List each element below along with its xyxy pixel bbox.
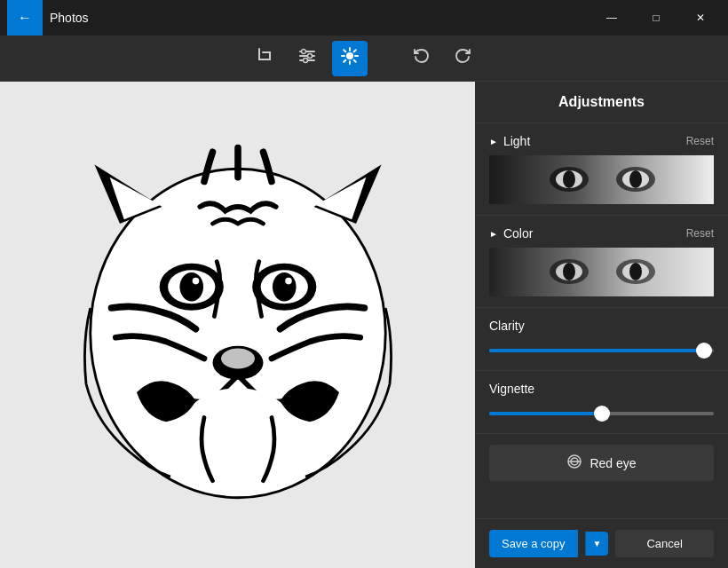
save-copy-dropdown-button[interactable]: ▼ <box>585 532 609 556</box>
maximize-button[interactable]: □ <box>636 4 677 32</box>
clarity-slider-thumb[interactable] <box>696 343 712 359</box>
color-section: ► Color Reset <box>475 216 728 308</box>
svg-point-41 <box>563 263 575 280</box>
redo-button[interactable] <box>446 41 481 76</box>
light-chevron-icon: ► <box>489 137 498 146</box>
back-button[interactable]: ← <box>7 0 43 36</box>
light-preview-strip <box>489 155 714 204</box>
light-reset-button[interactable]: Reset <box>686 135 714 147</box>
adjustments-panel: Adjustments ► Light Reset <box>475 82 728 568</box>
svg-point-34 <box>563 170 575 188</box>
color-reset-button[interactable]: Reset <box>686 227 714 240</box>
undo-button[interactable] <box>403 41 439 76</box>
clarity-label: Clarity <box>489 319 714 333</box>
panel-title: Adjustments <box>475 82 728 123</box>
brightness-icon <box>340 46 360 70</box>
color-chevron-icon: ► <box>489 229 498 239</box>
app-title: Photos <box>50 11 591 25</box>
svg-point-27 <box>285 278 292 285</box>
color-title: Color <box>503 226 533 241</box>
crop-button[interactable] <box>247 41 282 76</box>
svg-point-26 <box>192 278 199 285</box>
image-area <box>0 82 475 568</box>
minimize-button[interactable]: — <box>591 4 632 32</box>
dropdown-chevron-icon: ▼ <box>593 539 602 548</box>
clarity-slider-fill <box>489 349 707 352</box>
light-section: ► Light Reset <box>475 123 728 216</box>
vignette-slider-fill <box>489 412 602 415</box>
light-title: Light <box>503 134 530 148</box>
close-button[interactable]: ✕ <box>680 4 721 32</box>
vignette-slider-thumb[interactable] <box>594 406 610 422</box>
vignette-label: Vignette <box>489 382 714 396</box>
color-title-row: ► Color <box>489 226 533 241</box>
svg-point-44 <box>629 263 642 280</box>
light-section-header: ► Light Reset <box>489 134 714 148</box>
svg-rect-38 <box>489 248 714 296</box>
undo-icon <box>412 47 430 69</box>
title-bar: ← Photos — □ ✕ <box>0 0 728 36</box>
svg-point-6 <box>346 52 353 59</box>
filters-icon <box>297 46 317 70</box>
clarity-section: Clarity <box>475 308 728 371</box>
svg-line-13 <box>354 50 356 51</box>
svg-point-37 <box>629 170 642 188</box>
crop-icon <box>256 47 273 69</box>
svg-point-4 <box>308 54 313 59</box>
svg-point-30 <box>178 388 297 481</box>
svg-point-29 <box>221 349 255 369</box>
adjustments-button[interactable] <box>332 41 368 76</box>
svg-point-3 <box>302 50 306 54</box>
color-preview-strip <box>489 248 714 296</box>
red-eye-button[interactable]: Red eye <box>489 445 714 481</box>
color-section-header: ► Color Reset <box>489 226 714 241</box>
redo-icon <box>455 47 472 69</box>
toolbar <box>0 36 728 82</box>
svg-point-25 <box>272 272 296 301</box>
svg-line-12 <box>354 60 356 62</box>
back-icon: ← <box>18 10 32 26</box>
image-canvas <box>20 85 455 564</box>
save-copy-button[interactable]: Save a copy <box>489 530 578 557</box>
clarity-slider-container <box>489 342 714 359</box>
red-eye-icon <box>566 454 582 472</box>
clarity-slider-track <box>489 349 714 352</box>
vignette-section: Vignette <box>475 371 728 434</box>
vignette-slider-container <box>489 405 714 422</box>
filters-button[interactable] <box>289 41 325 76</box>
svg-line-14 <box>344 60 345 62</box>
window-controls: — □ ✕ <box>591 4 721 32</box>
bottom-actions: Save a copy ▼ Cancel <box>475 518 728 568</box>
svg-point-5 <box>304 59 308 63</box>
cancel-button[interactable]: Cancel <box>615 530 714 557</box>
main-content: Adjustments ► Light Reset <box>0 82 728 568</box>
svg-point-24 <box>179 272 203 301</box>
red-eye-label: Red eye <box>590 456 636 470</box>
svg-line-11 <box>344 50 345 51</box>
light-title-row: ► Light <box>489 134 530 148</box>
svg-rect-31 <box>489 155 714 204</box>
